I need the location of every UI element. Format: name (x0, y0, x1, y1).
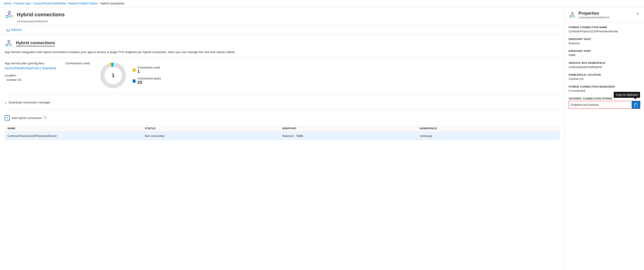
hybrid-icon (5, 10, 14, 19)
description: App Service integration with hybrid conn… (5, 50, 560, 58)
svg-point-16 (572, 12, 573, 14)
copy-btn-container: Copy to clipboard (632, 101, 640, 109)
row-endpoint: finance1 : 5986 (282, 134, 420, 138)
svg-rect-25 (635, 104, 637, 106)
stats-area: App service plan (pricing tier) : Servic… (5, 61, 560, 94)
conn-quota-dot (133, 79, 136, 83)
prop-gateway-string: GATEWAY CONNECTION STRING Copy to clipbo… (569, 97, 640, 109)
prop-value-hybrid-name: ContosoFinance1OnPremisesServer (569, 29, 640, 33)
svg-line-4 (8, 13, 9, 15)
add-icon: + (5, 115, 10, 120)
download-section: ↓ Download connection manager (5, 99, 560, 110)
prop-value-endpoint-host: finance1 (569, 41, 640, 45)
download-icon: ↓ (5, 100, 7, 105)
row-name: ContosoFinance1OnPremisesServer (8, 134, 145, 138)
prop-label-endpoint-port: ENDPOINT PORT (569, 50, 640, 52)
breadcrumb-sep-4: › (99, 2, 100, 5)
breadcrumb-sep-1: › (12, 2, 13, 5)
breadcrumb-current: Hybrid connections (100, 2, 124, 5)
svg-point-9 (10, 44, 12, 46)
page-header: Hybrid connections contosopowershellhybr… (0, 7, 565, 25)
prop-label-service-bus: SERVICE BUS NAMESPACE (569, 61, 640, 64)
table-container: NAME STATUS ENDPOINT NAMESPACE ContosoFi… (5, 125, 560, 140)
panel-icon (569, 11, 576, 19)
prop-value-service-bus: contosopowershellhybrid (569, 65, 640, 69)
prop-value-ns-location: Central US (569, 77, 640, 81)
conn-quota-text: Connections quota 25 (138, 77, 161, 85)
copy-icon (634, 103, 638, 107)
page-title: Hybrid connections (17, 12, 64, 18)
breadcrumb-network-feature[interactable]: Network Feature Status (68, 2, 98, 5)
breadcrumb-sep-3: › (67, 2, 68, 5)
svg-point-3 (10, 15, 13, 18)
svg-line-11 (9, 42, 10, 44)
panel-subtitle: contosopowershellhybrid (578, 16, 609, 19)
connections-label: Connections used (66, 61, 90, 65)
breadcrumb-sep-2: › (31, 2, 32, 5)
prop-label-hybrid-name: HYBRID CONNECTION NAME (569, 26, 640, 29)
conn-used-dot (133, 68, 136, 72)
section-title: Hybrid connections (16, 40, 55, 46)
panel-header: Properties contosopowershellhybrid × (565, 7, 644, 22)
prop-endpoint-host: ENDPOINT HOST finance1 (569, 38, 640, 45)
copy-button[interactable] (632, 101, 640, 109)
breadcrumb: Home › Function App › ContosoPowerShellH… (0, 0, 644, 7)
conn-used-label: Connections used (138, 66, 160, 69)
svg-line-5 (9, 13, 11, 15)
prop-service-bus-namespace: SERVICE BUS NAMESPACE contosopowershellh… (569, 61, 640, 69)
table-row[interactable]: ContosoFinance1OnPremisesServer Not conn… (5, 132, 560, 140)
section-icon (5, 39, 13, 47)
conn-used-text: Connections used 1 (138, 66, 160, 74)
conn-quota-label: Connections quota (138, 77, 161, 80)
svg-line-19 (571, 14, 572, 16)
conn-quota-row: Connections quota 25 (133, 77, 161, 85)
refresh-label: Refresh (11, 28, 22, 31)
col-endpoint: ENDPOINT (282, 127, 420, 130)
copy-tooltip: Copy to clipboard (614, 92, 640, 98)
svg-point-8 (6, 44, 8, 46)
download-label: Download connection manager (9, 101, 50, 104)
info-icon: ⓘ (44, 116, 47, 120)
gateway-input[interactable] (569, 102, 632, 108)
breadcrumb-app-name[interactable]: ContosoPowerShellHybrid (33, 2, 66, 5)
breadcrumb-function-app[interactable]: Function App (14, 2, 30, 5)
location-label: Location : (5, 74, 56, 77)
donut-section: 1 Connections used 1 (99, 61, 161, 89)
conn-used-row: Connections used 1 (133, 66, 161, 74)
col-namespace: NAMESPACE (420, 127, 557, 130)
location-value: Central US (6, 78, 22, 81)
panel-title: Properties (578, 11, 609, 16)
prop-hybrid-managers: HYBRID CONNECTION MANAGERS 0 connected (569, 85, 640, 92)
prop-hybrid-connection-name: HYBRID CONNECTION NAME ContosoFinance1On… (569, 26, 640, 33)
download-button[interactable]: ↓ Download connection manager (5, 99, 50, 106)
prop-namespace-location: NAMESPACE LOCATION Central US (569, 73, 640, 81)
plan-link[interactable]: ServicePlanb818da2f-b9c1 (Standard) (5, 66, 56, 70)
col-status: STATUS (145, 127, 282, 130)
prop-value-endpoint-port: 5986 (569, 53, 640, 57)
col-name: NAME (8, 127, 145, 130)
donut-center-value: 1 (112, 72, 114, 78)
row-namespace: contosop (420, 134, 557, 138)
panel-title-area: Properties contosopowershellhybrid (569, 11, 609, 19)
toolbar: Refresh (0, 25, 565, 34)
table-header: NAME STATUS ENDPOINT NAMESPACE (5, 125, 560, 132)
svg-line-20 (572, 14, 574, 16)
section-title-row: Hybrid connections (5, 39, 560, 47)
svg-point-7 (8, 40, 10, 42)
refresh-button[interactable]: Refresh (5, 27, 24, 32)
breadcrumb-home[interactable]: Home (4, 2, 11, 5)
add-label: Add hybrid connection (12, 116, 42, 120)
content-body: Hybrid connections App Service integrati… (0, 34, 565, 270)
conn-quota-count: 25 (138, 80, 161, 85)
right-panel: Properties contosopowershellhybrid × HYB… (565, 7, 644, 270)
add-hybrid-connection-button[interactable]: + Add hybrid connection (5, 114, 42, 121)
prop-label-managers: HYBRID CONNECTION MANAGERS (569, 85, 640, 88)
donut-chart: 1 (99, 61, 127, 89)
prop-endpoint-port: ENDPOINT PORT 5986 (569, 50, 640, 57)
panel-title-block: Properties contosopowershellhybrid (578, 11, 609, 19)
connections-labels: Connections used 1 Connections quota 25 (133, 66, 161, 85)
panel-body: HYBRID CONNECTION NAME ContosoFinance1On… (565, 22, 644, 270)
close-button[interactable]: × (635, 11, 640, 17)
conn-used-count: 1 (138, 69, 160, 74)
gateway-input-row: Copy to clipboard (569, 101, 640, 109)
